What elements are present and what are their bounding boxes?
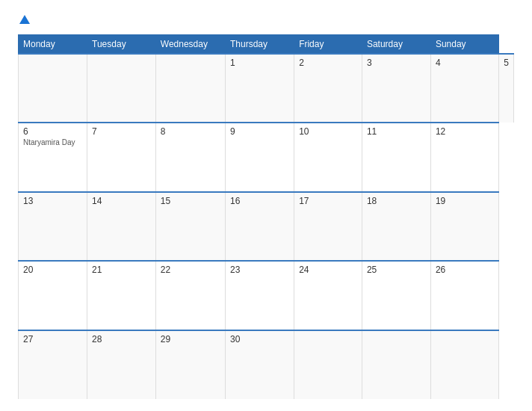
weekday-header-wednesday: Wednesday [155, 35, 225, 55]
calendar-cell: 25 [362, 261, 430, 330]
day-number: 17 [299, 196, 357, 206]
day-number: 7 [92, 126, 151, 137]
calendar-cell [362, 330, 430, 399]
day-number: 30 [230, 334, 289, 344]
calendar-cell: 30 [226, 330, 294, 399]
day-number: 23 [230, 265, 289, 275]
day-number: 1 [230, 58, 289, 68]
calendar-cell: 11 [362, 123, 430, 191]
calendar-cell [155, 54, 225, 123]
day-number: 15 [161, 196, 220, 206]
calendar-cell [294, 330, 362, 399]
calendar-cell: 21 [87, 261, 156, 330]
calendar-cell: 1 [226, 54, 294, 123]
calendar-cell: 10 [294, 123, 362, 191]
calendar-cell [19, 54, 87, 123]
calendar-cell: 13 [19, 192, 87, 261]
day-number: 4 [436, 58, 494, 68]
calendar-cell: 5 [499, 54, 514, 123]
day-number: 16 [230, 196, 289, 206]
weekday-header-friday: Friday [294, 35, 362, 55]
day-number: 14 [92, 196, 151, 206]
calendar-cell: 27 [19, 330, 87, 399]
calendar-cell [87, 54, 156, 123]
weekday-header-monday: Monday [19, 35, 87, 55]
calendar-cell [430, 330, 498, 399]
calendar-cell: 14 [87, 192, 156, 261]
day-number: 3 [367, 58, 426, 68]
weekday-header-row: MondayTuesdayWednesdayThursdayFridaySatu… [19, 35, 514, 55]
calendar-cell: 9 [226, 123, 294, 191]
calendar-cell: 6Ntaryamira Day [19, 123, 87, 191]
calendar-week-row: 27282930 [19, 330, 514, 399]
calendar-cell: 4 [430, 54, 498, 123]
day-number: 13 [23, 196, 82, 206]
calendar-header [18, 15, 514, 25]
calendar-cell: 17 [294, 192, 362, 261]
day-number: 29 [161, 334, 220, 344]
calendar-cell: 15 [155, 192, 225, 261]
calendar-cell: 26 [430, 261, 498, 330]
calendar-cell: 19 [430, 192, 498, 261]
weekday-header-sunday: Sunday [430, 35, 498, 55]
calendar-table: MondayTuesdayWednesdayThursdayFridaySatu… [18, 34, 514, 399]
day-number: 26 [436, 265, 494, 275]
day-number: 2 [299, 58, 357, 68]
day-number: 18 [367, 196, 426, 206]
calendar-cell: 20 [19, 261, 87, 330]
calendar-cell: 16 [226, 192, 294, 261]
day-number: 27 [23, 334, 82, 344]
calendar-week-row: 20212223242526 [19, 261, 514, 330]
day-number: 5 [504, 58, 509, 68]
calendar-cell: 2 [294, 54, 362, 123]
day-number: 10 [299, 126, 357, 137]
day-number: 20 [23, 265, 82, 275]
holiday-name: Ntaryamira Day [23, 138, 82, 146]
calendar-cell: 28 [87, 330, 156, 399]
calendar-cell: 7 [87, 123, 156, 191]
calendar-cell: 3 [362, 54, 430, 123]
logo [18, 15, 30, 25]
day-number: 21 [92, 265, 151, 275]
calendar-week-row: 13141516171819 [19, 192, 514, 261]
calendar-cell: 12 [430, 123, 498, 191]
day-number: 22 [161, 265, 220, 275]
day-number: 6 [23, 126, 82, 137]
weekday-header-saturday: Saturday [362, 35, 430, 55]
day-number: 11 [367, 126, 426, 137]
day-number: 28 [92, 334, 151, 344]
calendar-cell: 22 [155, 261, 225, 330]
logo-triangle-icon [19, 15, 30, 24]
day-number: 25 [367, 265, 426, 275]
day-number: 9 [230, 126, 289, 137]
day-number: 19 [436, 196, 494, 206]
calendar-cell: 18 [362, 192, 430, 261]
weekday-header-thursday: Thursday [226, 35, 294, 55]
weekday-header-tuesday: Tuesday [87, 35, 156, 55]
calendar-page: MondayTuesdayWednesdayThursdayFridaySatu… [0, 0, 532, 411]
calendar-week-row: 6Ntaryamira Day789101112 [19, 123, 514, 191]
day-number: 24 [299, 265, 357, 275]
day-number: 12 [436, 126, 494, 137]
calendar-cell: 23 [226, 261, 294, 330]
calendar-week-row: 12345 [19, 54, 514, 123]
calendar-cell: 24 [294, 261, 362, 330]
calendar-cell: 29 [155, 330, 225, 399]
day-number: 8 [161, 126, 220, 137]
calendar-cell: 8 [155, 123, 225, 191]
